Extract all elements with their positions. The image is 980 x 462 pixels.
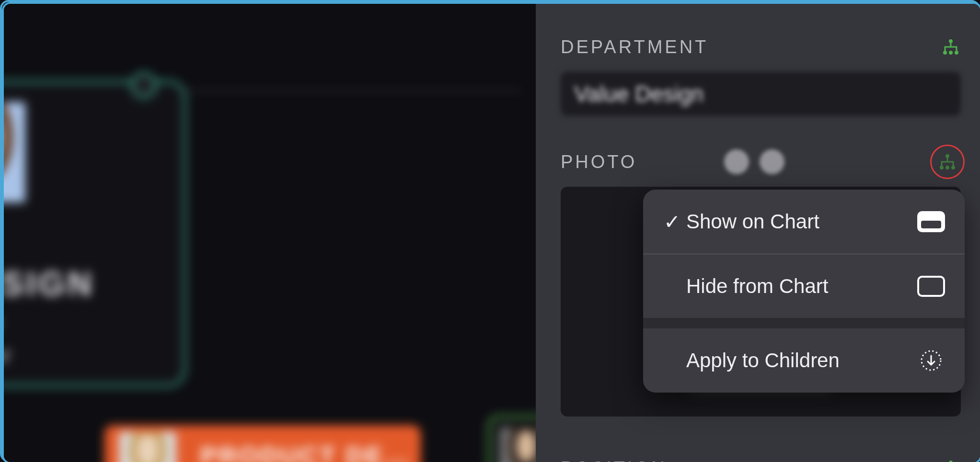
svg-point-6 — [945, 166, 949, 169]
sibling-node-card[interactable] — [488, 416, 536, 462]
svg-point-2 — [949, 51, 953, 55]
inspector-panel: DEPARTMENT Value Design PHOTO — [536, 4, 980, 462]
department-section-header: DEPARTMENT — [561, 33, 961, 61]
photo-visibility-popover: ✓ Show on Chart Hide from Chart A — [643, 190, 965, 393]
child-node-card[interactable]: PRODUCT DE… — [104, 425, 421, 462]
canvas-blur-layer: DESIGN Hero Baker PRODUCT DE… — [4, 4, 536, 462]
department-label: DEPARTMENT — [561, 37, 708, 57]
department-input[interactable]: Value Design — [561, 72, 961, 116]
selected-node-card[interactable]: DESIGN Hero Baker — [4, 80, 186, 387]
hierarchy-icon — [937, 152, 957, 171]
checkmark-icon: ✓ — [657, 210, 686, 234]
position-section-header: POSITION — [561, 454, 961, 462]
photo-well[interactable]: ✓ Show on Chart Hide from Chart A — [561, 187, 961, 417]
photo-section-header: PHOTO — [561, 147, 961, 176]
connector-line — [138, 90, 521, 91]
avatar — [119, 432, 176, 462]
menu-item-label: Apply to Children — [686, 349, 917, 372]
apply-down-icon — [917, 349, 945, 372]
photo-label: PHOTO — [561, 152, 637, 172]
avatar — [500, 428, 536, 462]
menu-item-show-on-chart[interactable]: ✓ Show on Chart — [643, 190, 965, 254]
avatar — [4, 102, 25, 203]
svg-point-5 — [940, 166, 944, 169]
hierarchy-icon[interactable] — [941, 37, 961, 56]
remove-photo-button[interactable] — [760, 149, 784, 174]
position-label: POSITION — [561, 458, 667, 462]
svg-point-4 — [945, 154, 949, 158]
hide-from-chart-icon — [917, 275, 945, 298]
menu-separator — [643, 318, 965, 328]
show-on-chart-icon — [917, 210, 945, 233]
node-title: DESIGN — [4, 265, 94, 303]
hierarchy-icon[interactable] — [941, 459, 961, 462]
photo-hierarchy-button[interactable] — [930, 145, 965, 179]
add-photo-button[interactable] — [724, 149, 749, 174]
svg-point-1 — [943, 51, 947, 55]
org-chart-canvas[interactable]: DESIGN Hero Baker PRODUCT DE… — [4, 4, 536, 462]
menu-item-hide-from-chart[interactable]: Hide from Chart — [643, 254, 965, 318]
svg-point-0 — [949, 39, 953, 43]
svg-point-7 — [951, 166, 955, 169]
node-subtitle-2: Baker — [4, 341, 12, 369]
menu-item-label: Show on Chart — [686, 210, 917, 233]
child-node-label: PRODUCT DE… — [200, 441, 411, 462]
menu-item-apply-to-children[interactable]: Apply to Children — [643, 328, 965, 393]
department-value: Value Design — [574, 81, 703, 107]
menu-item-label: Hide from Chart — [686, 275, 917, 298]
svg-point-3 — [955, 51, 958, 55]
